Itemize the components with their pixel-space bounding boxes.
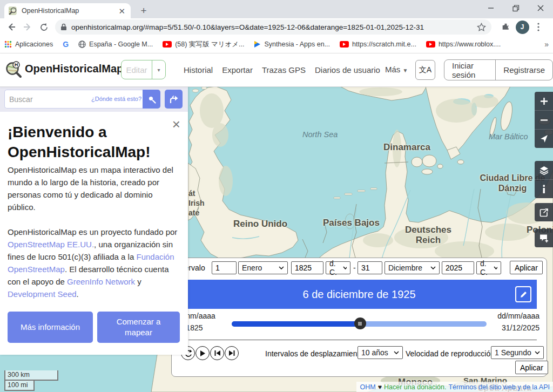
map-label-uk: Reino Unido [233, 219, 287, 229]
map-attribution: OHM ♥ Hacer una donación. Términos del s… [356, 382, 553, 392]
time-slider-thumb[interactable] [354, 317, 366, 329]
edit-button[interactable]: Editar [122, 60, 152, 79]
timeslider-divider [188, 340, 537, 340]
skip-start-button[interactable] [210, 346, 224, 360]
locate-button[interactable] [535, 129, 553, 148]
bookmarks-overflow-chevron[interactable]: » [544, 40, 549, 49]
extensions-puzzle-icon[interactable] [498, 19, 514, 35]
register-button[interactable]: Registrarse [495, 60, 552, 80]
range-end-value: 31/12/2025 [502, 323, 539, 332]
url-text[interactable]: openhistoricalmap.org/#map=5/51.50/-0.10… [71, 23, 477, 31]
donate-link[interactable]: Hacer una donación. [384, 383, 446, 391]
bookmark-youtube-1[interactable]: (58) 実写版 マリオメ... [163, 40, 244, 49]
edit-caret-icon[interactable]: ▾ [152, 60, 165, 79]
note-group [535, 229, 553, 247]
tab-close-icon[interactable]: ✕ [117, 6, 126, 16]
learn-more-button[interactable]: Más información [8, 312, 93, 343]
browser-tab-strip: OpenHistoricalMap ✕ + [0, 0, 553, 18]
start-day-input[interactable] [212, 261, 237, 274]
bookmark-google[interactable]: G [63, 40, 69, 49]
end-month-select[interactable]: Diciembre [385, 261, 440, 274]
chrome-menu-icon[interactable] [530, 19, 547, 35]
bookmark-label: (58) 実写版 マリオメ... [175, 40, 244, 49]
login-button[interactable]: Iniciar sesión [444, 60, 495, 80]
end-day-input[interactable] [358, 261, 382, 274]
window-minimize-icon[interactable] [478, 0, 503, 16]
bookmark-star-icon[interactable] [477, 23, 486, 32]
terms-link[interactable]: Términos del sitio web y de la API [448, 383, 550, 391]
bookmark-synthesia[interactable]: Synthesia - Apps en... [254, 40, 330, 48]
end-year-input[interactable] [442, 261, 474, 274]
greeninfo-link[interactable]: GreenInfo Network [67, 277, 135, 286]
new-tab-button[interactable]: + [136, 3, 151, 18]
start-month-select[interactable]: Enero [238, 261, 288, 274]
devseed-link[interactable]: Development Seed [8, 289, 77, 299]
nav-gps-traces[interactable]: Trazas GPS [262, 65, 306, 75]
edit-date-button[interactable] [515, 286, 531, 302]
welcome-paragraph-1: OpenHistoricalMap es un mapa interactivo… [8, 164, 180, 213]
browser-tab[interactable]: OpenHistoricalMap ✕ [4, 3, 131, 18]
share-button[interactable] [535, 203, 553, 221]
start-era-select[interactable]: d. C. [326, 261, 350, 274]
map-canvas[interactable]: North Sea Mar Báltico Dinamarca Ciudad L… [0, 86, 553, 392]
youtube-icon [163, 41, 172, 48]
nav-user-diaries[interactable]: Diarios de usuario [315, 65, 380, 75]
tab-title: OpenHistoricalMap [22, 7, 117, 15]
directions-button[interactable] [165, 90, 183, 109]
favicon-ohm-icon [9, 6, 17, 15]
pencil-icon [520, 290, 528, 299]
translate-button[interactable]: 文A [415, 60, 435, 80]
play-button[interactable] [195, 346, 210, 360]
attribution-ohm-link[interactable]: OHM [360, 383, 375, 391]
time-slider-track[interactable] [232, 321, 487, 327]
address-bar[interactable]: openhistoricalmap.org/#map=5/51.50/-0.10… [55, 19, 491, 35]
reload-icon[interactable] [36, 19, 52, 35]
layers-button[interactable] [535, 161, 553, 179]
nav-export[interactable]: Exportar [222, 65, 253, 75]
current-date: 6 de diciembre de 1925 [302, 288, 415, 301]
apply-playback-button[interactable]: Aplicar [515, 361, 548, 374]
share-group [535, 203, 553, 221]
skip-end-icon [228, 350, 235, 356]
current-date-banner: 6 de diciembre de 1925 [181, 280, 537, 309]
sidebar: ¿Dónde está esto? × ¡Bienvenido a OpenHi… [0, 86, 188, 355]
bookmark-espana[interactable]: España - Google M... [78, 40, 153, 48]
window-restore-icon[interactable] [503, 0, 528, 16]
nav-more-dropdown[interactable]: Más ▼ [385, 65, 408, 74]
add-note-button[interactable] [535, 229, 553, 247]
ohm-logo-icon[interactable]: H [4, 60, 23, 80]
where-is-this-link[interactable]: ¿Dónde está esto? [91, 96, 141, 102]
bookmark-youtube-3[interactable]: https://www.roblox.... [426, 40, 501, 48]
osm-us-link[interactable]: OpenStreetMap EE.UU. [8, 240, 94, 249]
skip-end-button[interactable] [225, 346, 239, 360]
window-close-icon[interactable] [528, 0, 553, 16]
map-info-button[interactable] [535, 179, 553, 198]
end-era-select[interactable]: d. C. [476, 261, 501, 274]
start-year-input[interactable] [291, 261, 323, 274]
bookmark-youtube-2[interactable]: https://scratch.mit.e... [340, 40, 416, 48]
bookmark-apps[interactable]: Aplicaciones [4, 40, 53, 48]
window-controls [478, 0, 553, 16]
search-button[interactable] [143, 90, 160, 109]
playback-speed-select[interactable]: 1 Segundo [491, 346, 544, 359]
nav-history[interactable]: Historial [184, 65, 213, 75]
map-label-netherlands: Países Bajos [323, 218, 380, 228]
heart-icon: ♥ [378, 383, 382, 391]
profile-avatar[interactable]: J [514, 19, 530, 35]
zoom-in-button[interactable] [535, 92, 553, 110]
zoom-out-button[interactable] [535, 110, 553, 129]
edit-split-button[interactable]: Editar ▾ [121, 60, 166, 79]
back-icon[interactable] [3, 19, 19, 35]
apply-range-button[interactable]: Aplicar [510, 261, 543, 274]
bookmark-label: https://www.roblox.... [439, 40, 501, 48]
step-interval-select[interactable]: 10 años [358, 346, 403, 359]
forward-icon[interactable] [19, 19, 36, 35]
site-header: H OpenHistoricalMap Editar ▾ Historial E… [0, 53, 553, 87]
site-title[interactable]: OpenHistoricalMap [25, 63, 123, 75]
play-icon [199, 350, 206, 357]
start-mapping-button[interactable]: Comenzar a mapear [97, 312, 180, 343]
search-strip: ¿Dónde está esto? [0, 86, 188, 112]
lock-icon[interactable] [60, 23, 67, 31]
translate-icon: 文A [419, 65, 431, 75]
map-label-north-sea: North Sea [302, 130, 338, 139]
